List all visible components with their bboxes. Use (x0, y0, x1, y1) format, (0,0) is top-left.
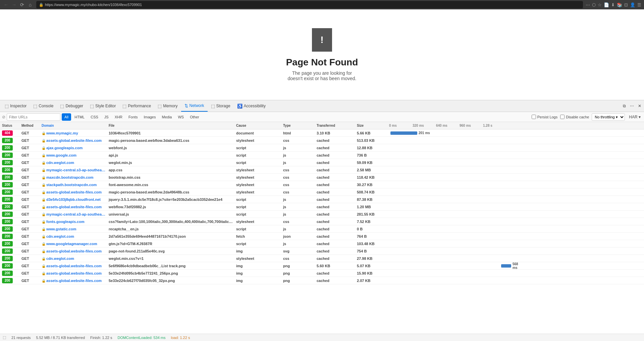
cell-domain: 🔒mymagic-central.s3-ap-southeas... (40, 212, 107, 216)
profile[interactable]: 👤 (630, 2, 635, 7)
status-badge: 200 (2, 263, 13, 269)
cell-transferred: cached (315, 227, 356, 231)
status-badge: 200 (2, 167, 13, 173)
library[interactable]: 📚 (617, 2, 622, 7)
tab-memory[interactable]: ⬚ Memory (154, 100, 181, 112)
forward-button[interactable]: → (11, 1, 17, 8)
home-button[interactable]: ⌂ (27, 1, 34, 8)
filter-ws[interactable]: WS (175, 113, 186, 121)
table-row[interactable]: 200 GET 🔒fonts.googleapis.com css?family… (0, 218, 644, 225)
table-row[interactable]: 200 GET 🔒assets-global.website-files.com… (0, 137, 644, 144)
table-row[interactable]: 200 GET 🔒stackpath.bootstrapcdn.com font… (0, 181, 644, 188)
cell-method: GET (20, 197, 40, 202)
cell-transferred: cached (315, 279, 356, 283)
tab-performance[interactable]: ⬚ Performance (119, 100, 154, 112)
menu[interactable]: ☰ (637, 2, 641, 7)
reload-button[interactable]: ⟳ (19, 1, 25, 8)
browser-chrome: ← → ⟳ ⌂ 🔒 https://www.mymagic.my/chubo-k… (0, 0, 644, 9)
filter-media[interactable]: Media (159, 113, 174, 121)
status-badge: 200 (2, 197, 13, 202)
tab-inspector[interactable]: ⬚ Inspector (1, 100, 30, 112)
filter-html[interactable]: HTML (72, 113, 87, 121)
cell-domain: 🔒maxcdn.bootstrapcdn.com (40, 175, 107, 179)
cell-size: 2.07 KB (356, 279, 389, 283)
tab-console[interactable]: ⬚ Console (30, 100, 57, 112)
filter-fonts[interactable]: Fonts (126, 113, 141, 121)
cell-domain: 🔒www.googletagmanager.com (40, 242, 107, 246)
filter-css[interactable]: CSS (88, 113, 101, 121)
bookmark-button[interactable]: ☆ (598, 2, 602, 7)
status-badge: 200 (2, 175, 13, 180)
disable-cache-label[interactable]: Disable cache (560, 115, 589, 119)
cell-file: universal.js (107, 212, 235, 216)
cell-size: 7.52 KB (356, 220, 389, 224)
cell-file: recaptcha__en.js (107, 227, 235, 231)
cell-cause: stylesheet (235, 168, 282, 172)
tab-storage[interactable]: ⬚ Storage (208, 100, 234, 112)
dom-content-loaded[interactable]: DOMContentLoaded: 534 ms (117, 336, 165, 340)
cell-status: 200 (0, 145, 20, 151)
cell-transferred: cached (315, 249, 356, 253)
persist-logs-checkbox[interactable] (532, 115, 536, 119)
tab-network[interactable]: ⇅ Network (181, 100, 208, 112)
filter-urls-input[interactable] (7, 113, 60, 121)
extensions-button[interactable]: ⋯ (586, 2, 590, 7)
table-row[interactable]: 200 GET 🔒cdn.weglot.com 2d7a561e355de694… (0, 233, 644, 240)
cell-type: js (282, 205, 315, 209)
back-button[interactable]: ← (3, 1, 9, 8)
table-row[interactable]: 200 GET 🔒assets-global.website-files.com… (0, 203, 644, 211)
filter-other[interactable]: Other (187, 113, 202, 121)
filter-images[interactable]: Images (141, 113, 158, 121)
synced-tabs[interactable]: ⊡ (624, 2, 628, 7)
table-row[interactable]: 200 GET 🔒www.google.com api.js script js… (0, 152, 644, 159)
page-content: ! Page Not Found The page you are lookin… (0, 9, 644, 100)
devtools-more[interactable]: ⋯ (629, 103, 635, 109)
disable-cache-checkbox[interactable] (560, 115, 565, 119)
tab-style-editor-label: Style Editor (95, 104, 116, 108)
table-row[interactable]: 200 GET 🔒www.googletagmanager.com gtm.js… (0, 240, 644, 247)
filter-js[interactable]: JS (102, 113, 111, 121)
tab-debugger[interactable]: ⬚ Debugger (57, 100, 87, 112)
cell-method: GET (20, 212, 40, 216)
status-bar-icon: ⬚ (3, 335, 6, 340)
table-row[interactable]: 200 GET 🔒ajax.googleapis.com webfont.js … (0, 144, 644, 152)
reader-view[interactable]: 📄 (604, 2, 609, 7)
har-button[interactable]: HAR ▾ (628, 114, 642, 120)
table-row[interactable]: 200 GET 🔒mymagic-central.s3-ap-southeas.… (0, 166, 644, 174)
table-row[interactable]: 404 GET 🔒www.mymagic.my 10364fexc5709901… (0, 129, 644, 137)
table-row[interactable]: 200 GET 🔒assets-global.website-files.com… (0, 277, 644, 284)
devtools-undock[interactable]: ⧉ (622, 103, 627, 109)
cell-file: webfont.js (107, 146, 235, 150)
tab-style-editor[interactable]: ⬚ Style Editor (87, 100, 119, 112)
cell-method: GET (20, 271, 40, 275)
table-row[interactable]: 200 GET 🔒d3e54v103j8qbb.cloudfront.net j… (0, 196, 644, 203)
cell-transferred: cached (315, 138, 356, 143)
cell-method: GET (20, 183, 40, 187)
devtools-close[interactable]: ✕ (637, 103, 643, 109)
downloads[interactable]: ⬇ (611, 2, 615, 7)
table-row[interactable]: 200 GET 🔒cdn.weglot.com weglot.min.css?v… (0, 255, 644, 262)
cell-domain: 🔒assets-global.website-files.com (40, 271, 107, 275)
table-row[interactable]: 200 GET 🔒assets-global.website-files.com… (0, 247, 644, 255)
load-time[interactable]: load: 1.22 s (171, 336, 190, 340)
network-toolbar-right: Persist Logs Disable cache No throttling… (532, 113, 642, 121)
filter-xhr[interactable]: XHR (112, 113, 125, 121)
table-row[interactable]: 200 GET 🔒cdn.weglot.com weglot.min.js sc… (0, 159, 644, 166)
table-row[interactable]: 200 GET 🔒assets-global.website-files.com… (0, 262, 644, 270)
cell-cause: stylesheet (235, 183, 282, 187)
address-bar[interactable]: 🔒 https://www.mymagic.my/chubo-kitchen/1… (36, 1, 583, 8)
table-row[interactable]: 200 GET 🔒mymagic-central.s3-ap-southeas.… (0, 211, 644, 218)
cell-status: 200 (0, 167, 20, 173)
throttle-select[interactable]: No throttling ▾ (592, 113, 625, 121)
table-row[interactable]: 200 GET 🔒assets-global.website-files.com… (0, 270, 644, 277)
filter-all[interactable]: All (62, 113, 71, 121)
table-row[interactable]: 200 GET 🔒www.gstatic.com recaptcha__en.j… (0, 225, 644, 233)
pocket-button[interactable]: ⬡ (592, 2, 596, 7)
status-badge: 200 (2, 204, 13, 210)
table-row[interactable]: 200 GET 🔒assets-global.website-files.com… (0, 188, 644, 196)
tab-inspector-label: Inspector (10, 104, 26, 108)
tab-accessibility[interactable]: ♿ Accessibility (234, 100, 269, 112)
table-row[interactable]: 200 GET 🔒maxcdn.bootstrapcdn.com bootstr… (0, 174, 644, 181)
persist-logs-label[interactable]: Persist Logs (532, 115, 558, 119)
cell-cause: img (235, 264, 282, 268)
